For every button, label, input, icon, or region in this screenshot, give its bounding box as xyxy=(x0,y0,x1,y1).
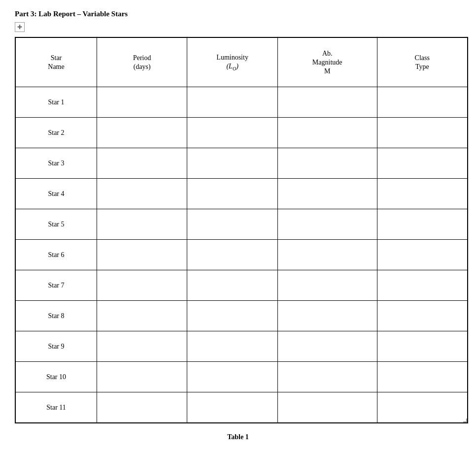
header-luminosity: Luminosity (LO) xyxy=(187,38,277,87)
cell-star-10[interactable]: Star 10 xyxy=(16,362,97,392)
cell-luminosity-4[interactable] xyxy=(187,179,277,209)
cell-star-9[interactable]: Star 9 xyxy=(16,331,97,362)
table-row: Star 9 xyxy=(16,331,468,362)
cell-magnitude-9[interactable] xyxy=(277,331,377,362)
cell-luminosity-1[interactable] xyxy=(187,87,277,118)
cell-class-4[interactable] xyxy=(377,179,467,209)
cell-class-11[interactable] xyxy=(377,392,467,423)
cell-period-6[interactable] xyxy=(97,240,187,270)
header-magnitude: Ab. Magnitude M xyxy=(277,38,377,87)
cell-luminosity-3[interactable] xyxy=(187,148,277,179)
cell-class-6[interactable] xyxy=(377,240,467,270)
cell-period-5[interactable] xyxy=(97,209,187,240)
table-row: Star 2 xyxy=(16,118,468,148)
cell-magnitude-4[interactable] xyxy=(277,179,377,209)
cell-magnitude-6[interactable] xyxy=(277,240,377,270)
cell-magnitude-7[interactable] xyxy=(277,270,377,301)
cell-class-9[interactable] xyxy=(377,331,467,362)
cell-period-11[interactable] xyxy=(97,392,187,423)
cell-luminosity-5[interactable] xyxy=(187,209,277,240)
cell-class-7[interactable] xyxy=(377,270,467,301)
cell-star-3[interactable]: Star 3 xyxy=(16,148,97,179)
move-handle[interactable]: ✚ xyxy=(15,22,25,32)
cell-class-3[interactable] xyxy=(377,148,467,179)
header-period: Period (days) xyxy=(97,38,187,87)
page-title: Part 3: Lab Report – Variable Stars xyxy=(15,10,461,18)
cell-star-2[interactable]: Star 2 xyxy=(16,118,97,148)
cell-magnitude-1[interactable] xyxy=(277,87,377,118)
cell-luminosity-8[interactable] xyxy=(187,301,277,331)
cell-period-8[interactable] xyxy=(97,301,187,331)
cell-star-6[interactable]: Star 6 xyxy=(16,240,97,270)
table-row: Star 7 xyxy=(16,270,468,301)
cell-star-8[interactable]: Star 8 xyxy=(16,301,97,331)
cell-class-10[interactable] xyxy=(377,362,467,392)
cell-class-1[interactable] xyxy=(377,87,467,118)
table-row: Star 1 xyxy=(16,87,468,118)
resize-handle[interactable] xyxy=(463,418,467,422)
table-row: Star 4 xyxy=(16,179,468,209)
cell-class-5[interactable] xyxy=(377,209,467,240)
cell-period-9[interactable] xyxy=(97,331,187,362)
cell-period-10[interactable] xyxy=(97,362,187,392)
header-star-name: Star Name xyxy=(16,38,97,87)
table-row: Star 10 xyxy=(16,362,468,392)
cell-luminosity-6[interactable] xyxy=(187,240,277,270)
cell-luminosity-7[interactable] xyxy=(187,270,277,301)
cell-star-7[interactable]: Star 7 xyxy=(16,270,97,301)
cell-star-1[interactable]: Star 1 xyxy=(16,87,97,118)
cell-period-7[interactable] xyxy=(97,270,187,301)
cell-luminosity-9[interactable] xyxy=(187,331,277,362)
cell-star-4[interactable]: Star 4 xyxy=(16,179,97,209)
cell-class-8[interactable] xyxy=(377,301,467,331)
table-row: Star 5 xyxy=(16,209,468,240)
cell-star-5[interactable]: Star 5 xyxy=(16,209,97,240)
cell-magnitude-3[interactable] xyxy=(277,148,377,179)
header-class-type: Class Type xyxy=(377,38,467,87)
cell-star-11[interactable]: Star 11 xyxy=(16,392,97,423)
cell-luminosity-10[interactable] xyxy=(187,362,277,392)
cell-magnitude-5[interactable] xyxy=(277,209,377,240)
cell-luminosity-2[interactable] xyxy=(187,118,277,148)
data-table: Star Name Period (days) Luminosity xyxy=(15,37,468,423)
cell-period-4[interactable] xyxy=(97,179,187,209)
cell-period-2[interactable] xyxy=(97,118,187,148)
cell-magnitude-8[interactable] xyxy=(277,301,377,331)
cell-period-3[interactable] xyxy=(97,148,187,179)
cell-magnitude-11[interactable] xyxy=(277,392,377,423)
cell-period-1[interactable] xyxy=(97,87,187,118)
table-row: Star 11 xyxy=(16,392,468,423)
table-row: Star 8 xyxy=(16,301,468,331)
table-caption: Table 1 xyxy=(15,433,461,441)
cell-magnitude-10[interactable] xyxy=(277,362,377,392)
cell-magnitude-2[interactable] xyxy=(277,118,377,148)
table-row: Star 3 xyxy=(16,148,468,179)
table-row: Star 6 xyxy=(16,240,468,270)
cell-luminosity-11[interactable] xyxy=(187,392,277,423)
cell-class-2[interactable] xyxy=(377,118,467,148)
